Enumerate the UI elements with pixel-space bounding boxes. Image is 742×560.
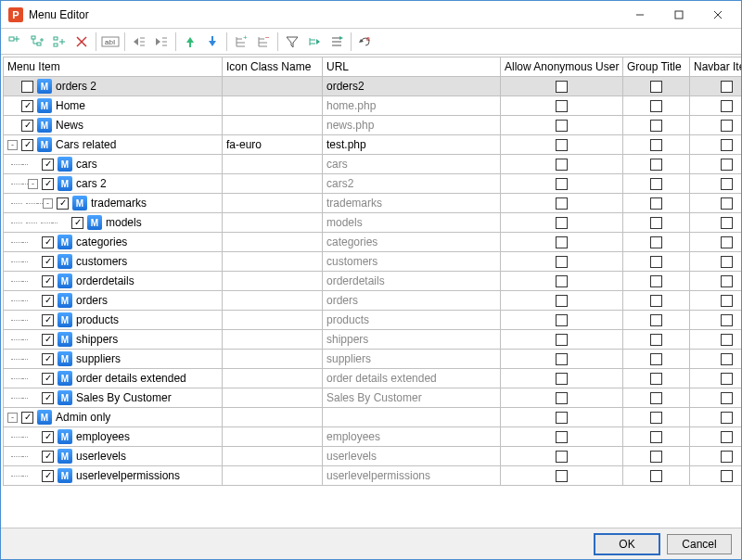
url-cell[interactable]: categories — [323, 233, 500, 251]
url-cell[interactable]: cars2 — [323, 174, 500, 193]
group-checkbox[interactable] — [650, 100, 662, 112]
group-checkbox[interactable] — [650, 236, 662, 248]
group-checkbox[interactable] — [650, 256, 662, 268]
ok-button[interactable]: OK — [595, 534, 659, 554]
url-cell[interactable]: test.php — [323, 135, 500, 154]
nav-checkbox[interactable] — [721, 178, 733, 190]
anon-checkbox[interactable] — [556, 256, 568, 268]
url-cell[interactable]: home.php — [323, 96, 500, 115]
item-checkbox[interactable] — [42, 236, 54, 248]
item-checkbox[interactable] — [42, 451, 54, 463]
url-cell[interactable]: cars — [323, 155, 500, 173]
table-row[interactable]: MSales By CustomerSales By Customer — [4, 388, 742, 408]
import-icon[interactable] — [304, 32, 325, 52]
expand-all-icon[interactable]: + — [231, 32, 251, 52]
collapse-icon[interactable]: - — [7, 413, 18, 423]
group-checkbox[interactable] — [650, 295, 662, 307]
item-checkbox[interactable] — [42, 373, 54, 385]
nav-checkbox[interactable] — [721, 236, 733, 248]
nav-checkbox[interactable] — [721, 275, 733, 287]
anon-checkbox[interactable] — [556, 178, 568, 190]
url-cell[interactable]: models — [323, 213, 500, 232]
item-checkbox[interactable] — [42, 178, 54, 190]
anon-checkbox[interactable] — [556, 392, 568, 404]
anon-checkbox[interactable] — [556, 431, 568, 443]
nav-checkbox[interactable] — [721, 334, 733, 346]
nav-checkbox[interactable] — [721, 295, 733, 307]
table-row[interactable]: MNewsnews.php — [4, 116, 742, 135]
group-checkbox[interactable] — [650, 120, 662, 132]
table-row[interactable]: Mcustomerscustomers — [4, 252, 742, 272]
table-row[interactable]: Mcarscars — [4, 155, 742, 174]
nav-checkbox[interactable] — [721, 139, 733, 151]
icon-class-cell[interactable] — [223, 194, 322, 212]
rename-icon[interactable]: abI — [100, 32, 121, 52]
url-cell[interactable]: employees — [323, 427, 500, 446]
item-checkbox[interactable] — [21, 139, 33, 151]
nav-checkbox[interactable] — [721, 392, 733, 404]
icon-class-cell[interactable] — [223, 272, 322, 290]
anon-checkbox[interactable] — [556, 217, 568, 229]
item-checkbox[interactable] — [42, 159, 54, 171]
collapse-icon[interactable]: - — [7, 140, 18, 150]
anon-checkbox[interactable] — [556, 197, 568, 210]
close-button[interactable] — [698, 2, 737, 28]
col-header-menu[interactable]: Menu Item — [4, 57, 223, 77]
url-cell[interactable]: trademarks — [323, 194, 500, 212]
table-row[interactable]: Mcategoriescategories — [4, 233, 742, 252]
group-checkbox[interactable] — [650, 373, 662, 385]
indent-icon[interactable] — [151, 32, 172, 52]
url-cell[interactable]: suppliers — [323, 350, 500, 368]
move-up-icon[interactable] — [180, 32, 200, 52]
item-checkbox[interactable] — [21, 412, 33, 424]
col-header-url[interactable]: URL — [323, 57, 501, 77]
table-row[interactable]: -MAdmin only — [4, 408, 742, 427]
nav-checkbox[interactable] — [721, 256, 733, 268]
item-checkbox[interactable] — [42, 392, 54, 404]
move-down-icon[interactable] — [202, 32, 223, 52]
group-checkbox[interactable] — [650, 353, 662, 365]
table-row[interactable]: -Mcars 2cars2 — [4, 174, 742, 194]
table-row[interactable]: Mordersorders — [4, 291, 742, 311]
icon-class-cell[interactable] — [223, 369, 322, 388]
anon-checkbox[interactable] — [556, 451, 568, 463]
icon-class-cell[interactable] — [223, 252, 322, 271]
nav-checkbox[interactable] — [721, 314, 733, 326]
url-cell[interactable]: orders — [323, 291, 500, 310]
group-checkbox[interactable] — [650, 178, 662, 190]
outdent-icon[interactable] — [129, 32, 149, 52]
icon-class-cell[interactable] — [223, 155, 322, 173]
table-row[interactable]: Morders 2orders2 — [4, 77, 742, 96]
delete-icon[interactable] — [71, 32, 92, 52]
collapse-all-icon[interactable]: − — [253, 32, 274, 52]
icon-class-cell[interactable] — [223, 330, 322, 349]
icon-class-cell[interactable] — [223, 427, 322, 446]
icon-class-cell[interactable] — [223, 116, 322, 134]
item-checkbox[interactable] — [42, 353, 54, 365]
refresh-icon[interactable]: a — [355, 32, 376, 52]
url-cell[interactable]: Sales By Customer — [323, 388, 500, 407]
icon-class-cell[interactable] — [223, 96, 322, 115]
anon-checkbox[interactable] — [556, 314, 568, 326]
anon-checkbox[interactable] — [556, 159, 568, 171]
icon-class-cell[interactable] — [223, 233, 322, 251]
item-checkbox[interactable] — [21, 100, 33, 112]
group-checkbox[interactable] — [650, 81, 662, 93]
url-cell[interactable]: products — [323, 311, 500, 329]
group-checkbox[interactable] — [650, 412, 662, 424]
item-checkbox[interactable] — [42, 431, 54, 443]
item-checkbox[interactable] — [42, 275, 54, 287]
anon-checkbox[interactable] — [556, 100, 568, 112]
table-row[interactable]: -MCars relatedfa-eurotest.php — [4, 135, 742, 155]
icon-class-cell[interactable] — [223, 77, 322, 95]
group-checkbox[interactable] — [650, 334, 662, 346]
maximize-button[interactable] — [659, 2, 698, 28]
anon-checkbox[interactable] — [556, 353, 568, 365]
col-header-nav[interactable]: Navbar Item — [690, 57, 742, 77]
url-cell[interactable]: order details extended — [323, 369, 500, 388]
url-cell[interactable]: orders2 — [323, 77, 500, 95]
item-checkbox[interactable] — [42, 314, 54, 326]
group-checkbox[interactable] — [650, 431, 662, 443]
group-checkbox[interactable] — [650, 314, 662, 326]
anon-checkbox[interactable] — [556, 412, 568, 424]
